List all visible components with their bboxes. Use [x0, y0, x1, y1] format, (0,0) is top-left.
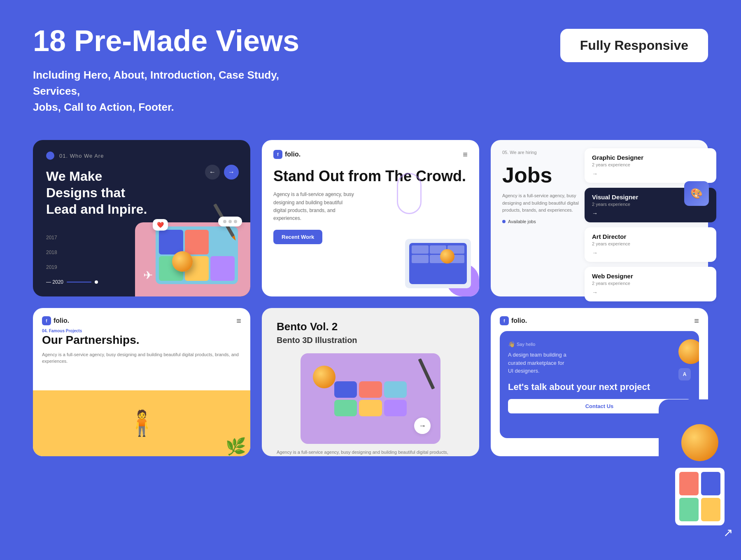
year-2020: — 2020: [46, 279, 98, 285]
card-jobs: 05. We are hiring ≡ Jobs Agency is a ful…: [491, 140, 708, 296]
partner-logo: f folio.: [42, 316, 69, 325]
folio-headline: Stand Out from The Crowd.: [273, 167, 468, 185]
job-title: Web Designer: [592, 273, 709, 280]
bento-inner-cell: [359, 381, 382, 398]
hamburger-menu-icon[interactable]: ≡: [463, 150, 468, 159]
partner-header: f folio. ≡: [42, 316, 241, 325]
job-title: Graphic Designer: [592, 154, 709, 161]
partner-logo-text: folio.: [54, 317, 69, 324]
folio-ball: [440, 249, 454, 264]
folio-logo-text: folio.: [285, 151, 301, 158]
extra-grid-cell: [679, 472, 699, 495]
card-hero: 01. Who We Are We Make Designs that Lead…: [33, 140, 250, 296]
say-hello-label: 👋 Say hello: [508, 341, 691, 348]
job-sub: 2 years experience: [592, 162, 709, 167]
badge-text: Available jobs: [508, 219, 536, 224]
hero-years: 2017 2018 2019 — 2020: [46, 235, 98, 285]
jobs-list: Graphic Designer 2 years experience → 🎨 …: [585, 148, 716, 301]
job-item-graphic-designer[interactable]: Graphic Designer 2 years experience →: [585, 148, 716, 183]
year-dot: [95, 280, 98, 284]
hello-emoji: 👋: [508, 341, 515, 348]
responsive-badge: Fully Responsive: [560, 29, 708, 62]
job-item-web-designer[interactable]: Web Designer 2 years experience →: [585, 267, 716, 301]
talk-logo-icon: f: [500, 316, 509, 325]
header-left: 18 Pre-Made Views Including Hero, About,…: [33, 25, 321, 115]
hero-arrows: ← →: [205, 165, 239, 180]
bento-inner-cell: [384, 400, 407, 416]
bento-sublabel: Bento 3D Illustration: [277, 336, 464, 345]
year-line: [67, 282, 91, 282]
bento-label: Bento Vol. 2: [277, 320, 464, 333]
bento-next-button[interactable]: →: [414, 418, 431, 434]
card-extra: ↗: [659, 399, 741, 548]
partner-menu-icon[interactable]: ≡: [236, 317, 241, 325]
partner-section: 04. Famous Projects: [42, 329, 241, 333]
say-hello-text: Say hello: [517, 342, 535, 347]
cursor-icon: ↗: [723, 526, 733, 539]
talk-headline: Let's talk about your next project: [508, 382, 691, 392]
card-folio: f folio. ≡ Stand Out from The Crowd. Age…: [262, 140, 479, 296]
job-title: Art Director: [592, 233, 709, 240]
folio-monitor: [405, 239, 471, 288]
bento-box: [156, 226, 238, 284]
extra-grid-cell: [701, 472, 720, 495]
job-sub: 2 years experience: [592, 241, 709, 246]
bento-inner-cell: [359, 400, 382, 416]
header: 18 Pre-Made Views Including Hero, About,…: [0, 0, 741, 128]
talk-ball-3d: [678, 339, 699, 364]
year-label: — 2020: [46, 279, 63, 285]
talk-menu-icon[interactable]: ≡: [694, 317, 699, 325]
next-arrow[interactable]: →: [224, 165, 239, 180]
bento-cell: [159, 230, 183, 254]
job-item-visual-designer[interactable]: 🎨 Visual Designer 2 years experience →: [585, 188, 716, 222]
folio-logo: f folio.: [273, 150, 301, 159]
year-2017: 2017: [46, 235, 98, 240]
bento-inner-cell: [384, 381, 407, 398]
job-arrow-icon: →: [592, 289, 709, 296]
talk-logo-text: folio.: [511, 317, 527, 324]
bento-bottom-text: Agency is a full-service agency, busy de…: [277, 449, 464, 456]
partner-desc: Agency is a full-service agency, busy de…: [42, 351, 241, 365]
main-title: 18 Pre-Made Views: [33, 25, 321, 57]
cards-area: 01. Who We Are We Make Designs that Lead…: [0, 128, 741, 456]
chat-bubble: [218, 217, 242, 226]
job-item-art-director[interactable]: Art Director 2 years experience →: [585, 227, 716, 262]
partner-title: Our Partnerships.: [42, 333, 241, 347]
job-item-icon: 🎨: [684, 181, 709, 206]
extra-ball-3d: [681, 424, 718, 461]
extra-grid-cell: [679, 498, 699, 521]
talk-inner-logo: A: [678, 368, 691, 380]
ball-3d: [172, 251, 193, 272]
bento-cell: [185, 230, 209, 254]
jobs-section-label: 05. We are hiring: [502, 150, 537, 155]
partner-illustration: 🧍 🌿: [33, 390, 250, 456]
folio-desc: Agency is a full-service agency, busy de…: [273, 191, 356, 222]
talk-desc: A design team building a curated marketp…: [508, 351, 570, 375]
card-partnerships: f folio. ≡ 04. Famous Projects Our Partn…: [33, 308, 250, 456]
recent-work-button[interactable]: Recent Work: [273, 230, 322, 244]
person-figure: 🧍: [126, 411, 157, 436]
job-sub: 2 years experience: [592, 281, 709, 286]
heart-bubble: ❤️: [153, 219, 168, 231]
chat-dot: [223, 220, 226, 223]
bento-inner-grid: [329, 376, 412, 421]
year-label: 2018: [46, 250, 57, 255]
talk-logo: f folio.: [500, 316, 527, 325]
chat-dot: [234, 220, 237, 223]
paper-plane-icon: ✈: [143, 268, 160, 285]
folio-header: f folio. ≡: [273, 150, 468, 159]
bento-pencil: [418, 358, 435, 390]
year-2019: 2019: [46, 264, 98, 270]
year-label: 2017: [46, 235, 57, 240]
extra-grid-phone: [675, 468, 725, 525]
partner-plants: 🌿: [226, 437, 246, 456]
bento-inner-cell: [334, 400, 357, 416]
bento-cell: [210, 256, 235, 281]
year-label: 2019: [46, 264, 57, 270]
subtitle: Including Hero, About, Introduction, Cas…: [33, 67, 321, 115]
year-2018: 2018: [46, 250, 98, 255]
hero-nav-text: 01. Who We Are: [59, 153, 104, 159]
folio-wavy-decoration: [397, 173, 422, 214]
hero-logo-dot: [46, 152, 54, 160]
prev-arrow[interactable]: ←: [205, 165, 220, 180]
